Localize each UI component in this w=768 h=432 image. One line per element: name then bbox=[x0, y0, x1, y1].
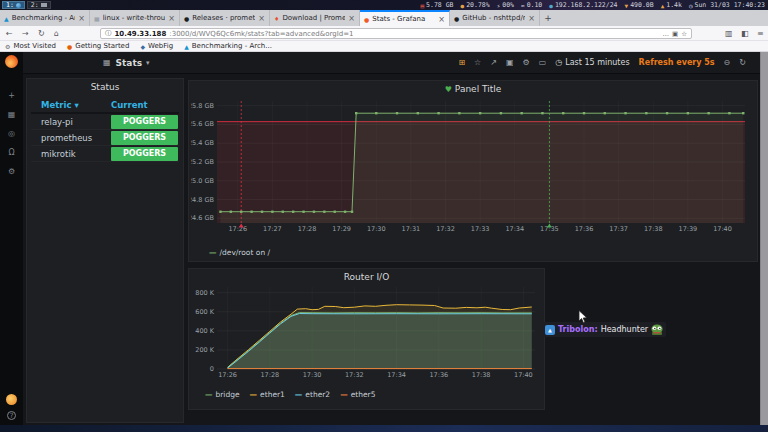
reload-button[interactable]: ↻ bbox=[38, 29, 45, 38]
workspace-2[interactable]: 2: bbox=[27, 1, 51, 9]
tab-close-icon[interactable]: × bbox=[348, 14, 355, 23]
x-tick-label: 17:26 bbox=[228, 225, 247, 233]
share-dashboard-icon[interactable]: ↗ bbox=[490, 58, 497, 67]
monitor-icon bbox=[41, 3, 47, 7]
x-tick-label: 17:27 bbox=[263, 225, 282, 233]
column-header-metric[interactable]: Metric ▾ bbox=[31, 100, 111, 110]
y-tick-label: 24.6 GB bbox=[191, 214, 214, 222]
download-icon: ▼ bbox=[625, 2, 629, 9]
panel-title[interactable]: Status bbox=[27, 79, 183, 93]
tab-close-icon[interactable]: × bbox=[168, 14, 175, 23]
x-tick-label: 17:32 bbox=[345, 371, 364, 379]
tab-close-icon[interactable]: × bbox=[528, 14, 535, 23]
github-favicon: ● bbox=[184, 15, 189, 22]
status-table: Metric ▾ Current relay-pi POGGERS promet… bbox=[31, 97, 179, 162]
bookmark-getting-started[interactable]: ●Getting Started bbox=[67, 42, 129, 50]
pocket-icon[interactable]: ▣ bbox=[672, 30, 678, 38]
panel-title-chart[interactable]: 25.8 GB25.6 GB25.4 GB25.2 GB25.0 GB24.8 … bbox=[191, 95, 757, 247]
explore-icon[interactable]: ◎ bbox=[8, 130, 15, 138]
series-marker bbox=[351, 211, 353, 213]
refresh-dashboard-icon[interactable]: ↻ bbox=[739, 58, 746, 67]
menu-icon[interactable]: ≡ bbox=[757, 29, 764, 38]
alerting-bell-icon[interactable]: Ω bbox=[8, 149, 14, 157]
bookmark-label: WebFig bbox=[148, 42, 173, 50]
legend-item[interactable]: —bridge bbox=[205, 390, 240, 399]
series-marker bbox=[687, 112, 689, 114]
grafana-page: + ▦ ◎ Ω ⚙ ? ▦ Stats ▾ ⊞ ☆ ↗ ▣ ⚙ ▭ ◷Last … bbox=[0, 52, 768, 425]
create-icon[interactable]: + bbox=[8, 92, 15, 100]
bookmark-label: Getting Started bbox=[75, 42, 129, 50]
site-info-icon[interactable]: ⓘ bbox=[105, 29, 112, 38]
refresh-interval[interactable]: Refresh every 5s bbox=[639, 58, 715, 67]
tab-linux-write-through[interactable]: ▦ linux - write-through RAI × bbox=[90, 10, 180, 26]
help-icon[interactable]: ? bbox=[7, 411, 16, 420]
page-actions-icon[interactable]: … bbox=[663, 30, 670, 38]
home-button[interactable]: ⌂ bbox=[54, 29, 59, 38]
panel-title[interactable]: Router I/O bbox=[189, 269, 544, 283]
metric-cell: mikrotik bbox=[31, 149, 111, 159]
bookmark-benchmarking-arch[interactable]: ▲Benchmarking - Arch... bbox=[184, 42, 272, 50]
user-avatar[interactable] bbox=[6, 394, 17, 405]
dashboard-grid-icon: ▦ bbox=[103, 58, 111, 67]
zoom-out-icon[interactable]: ⊖ bbox=[724, 58, 731, 67]
table-header-row: Metric ▾ Current bbox=[31, 97, 179, 114]
star-dashboard-icon[interactable]: ☆ bbox=[474, 58, 481, 67]
legend-item[interactable]: —/dev/root on / bbox=[209, 248, 270, 257]
legend-swatch: — bbox=[295, 390, 303, 399]
tab-download-prometheus[interactable]: ♦ Download | Prometheus × bbox=[270, 10, 360, 26]
kiosk-mode-icon[interactable]: ▭ bbox=[539, 58, 547, 67]
network-block: ●192.168.2.122/24 bbox=[549, 1, 617, 9]
sidebar-toggle-icon[interactable]: ◧ bbox=[741, 29, 749, 38]
tab-close-icon[interactable]: × bbox=[438, 15, 445, 24]
dashboard-title[interactable]: Stats bbox=[116, 58, 143, 68]
tab-benchmarking-archwiki[interactable]: ▲ Benchmarking - ArchWi × bbox=[0, 10, 90, 26]
library-icon[interactable]: ▥ bbox=[725, 29, 733, 38]
time-range-picker[interactable]: ◷Last 15 minutes bbox=[555, 58, 629, 67]
series-marker bbox=[396, 112, 398, 114]
workspace-1[interactable]: 1: bbox=[2, 1, 25, 9]
prometheus-favicon: ♦ bbox=[274, 15, 279, 22]
legend-item[interactable]: —ether2 bbox=[295, 390, 330, 399]
column-header-current[interactable]: Current bbox=[111, 100, 179, 110]
back-button[interactable]: ← bbox=[6, 29, 13, 38]
panel-title-text: Panel Title bbox=[455, 84, 501, 94]
tab-releases-prometheus[interactable]: ● Releases · prometheus/p × bbox=[180, 10, 270, 26]
tab-github-mikrotik[interactable]: ● GitHub - nshttpd/mikroti × bbox=[450, 10, 540, 26]
notification-toast[interactable]: ▲ Tribolon: Headhunter bbox=[543, 322, 666, 337]
chevron-down-icon[interactable]: ▾ bbox=[146, 59, 150, 67]
page-scrollbar[interactable] bbox=[760, 52, 768, 425]
statusbar-blocks: ▤5.78 GB ●20.78% ⚡00% ≈0.10 ●192.168.2.1… bbox=[420, 1, 768, 9]
x-tick-label: 17:36 bbox=[429, 371, 448, 379]
series-marker bbox=[240, 211, 242, 213]
x-tick-label: 17:32 bbox=[436, 225, 455, 233]
forward-button[interactable]: → bbox=[22, 29, 29, 38]
legend-item[interactable]: —ether5 bbox=[340, 390, 375, 399]
dashboards-icon[interactable]: ▦ bbox=[8, 111, 16, 119]
disk-icon: ▤ bbox=[420, 2, 424, 9]
bookmark-star-icon[interactable]: ☆ bbox=[681, 30, 687, 38]
bookmark-most-visited[interactable]: ⚙Most Visited bbox=[5, 42, 56, 50]
add-panel-icon[interactable]: ⊞ bbox=[458, 58, 465, 67]
configuration-gear-icon[interactable]: ⚙ bbox=[8, 168, 15, 176]
table-row: mikrotik POGGERS bbox=[31, 146, 179, 162]
panel-title-text: Router I/O bbox=[344, 272, 389, 282]
series-marker bbox=[645, 112, 647, 114]
series-marker bbox=[271, 211, 273, 213]
url-bar[interactable]: ⓘ 10.49.33.188:3000/d/WVQ6Qc6mk/stats?ta… bbox=[100, 28, 692, 39]
bookmark-webfig[interactable]: ◆WebFig bbox=[140, 42, 173, 50]
tab-close-icon[interactable]: × bbox=[258, 14, 265, 23]
series-fill bbox=[228, 314, 532, 370]
save-dashboard-icon[interactable]: ▣ bbox=[506, 58, 514, 67]
new-tab-button[interactable]: + bbox=[540, 10, 556, 26]
net-up-block: ▲1.4k bbox=[661, 1, 682, 9]
tab-close-icon[interactable]: × bbox=[78, 14, 85, 23]
tab-stats-grafana[interactable]: ● Stats - Grafana × bbox=[360, 10, 450, 26]
dashboard-settings-icon[interactable]: ⚙ bbox=[523, 58, 530, 67]
load-icon: ≈ bbox=[521, 2, 525, 9]
router-io-chart[interactable]: 800 K600 K400 K200 K017:2617:2817:3017:3… bbox=[191, 283, 544, 389]
x-tick-label: 17:34 bbox=[505, 225, 524, 233]
series-marker bbox=[344, 211, 346, 213]
panel-title[interactable]: ♥ Panel Title bbox=[189, 81, 757, 95]
grafana-logo[interactable] bbox=[5, 55, 18, 68]
legend-item[interactable]: —ether1 bbox=[250, 390, 285, 399]
